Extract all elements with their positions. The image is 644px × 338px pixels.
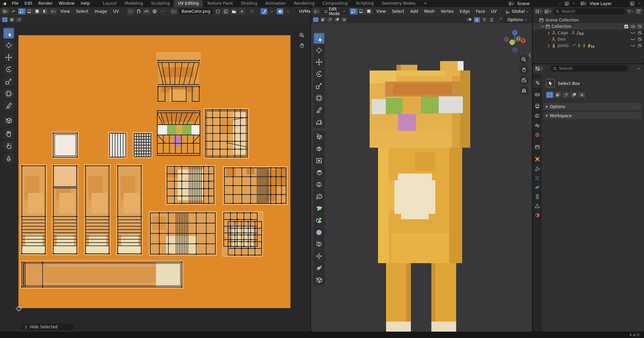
uvmap-selector[interactable]: UVMap — [296, 8, 310, 14]
closed-eye-icon[interactable] — [631, 38, 635, 41]
scene-name[interactable]: Scene — [515, 1, 555, 6]
properties-tab-render[interactable] — [533, 90, 542, 99]
workspace-panel-header[interactable]: Workspace ∷∷ — [543, 112, 642, 119]
vp-zoom-icon[interactable] — [519, 55, 529, 64]
image-pin-icon[interactable] — [249, 8, 255, 14]
uv-image-browse-icon[interactable] — [171, 8, 177, 14]
workspace-tab-shading[interactable]: Shading — [237, 0, 261, 7]
tool-mode-invert[interactable] — [570, 92, 578, 98]
scene-delete-icon[interactable]: ✕ — [571, 1, 577, 6]
tool-rotate[interactable] — [314, 69, 324, 80]
vp-menu-vertex[interactable]: Vertex — [438, 9, 456, 14]
mesh-select-edge[interactable] — [358, 8, 365, 14]
vp-selectmode-extend[interactable] — [320, 17, 326, 22]
uv-selectmode-set[interactable] — [2, 17, 8, 22]
workspace-tab-scripting[interactable]: Scripting — [352, 0, 378, 7]
viewlayer-name[interactable]: View Layer — [588, 1, 628, 6]
tool-annotate[interactable] — [3, 100, 14, 111]
workspace-tab-modeling[interactable]: Modeling — [121, 0, 147, 7]
properties-tab-output[interactable] — [533, 102, 542, 110]
vp-selectmode-invert[interactable] — [334, 17, 340, 22]
properties-search[interactable]: Search — [550, 65, 628, 71]
properties-tab-tool[interactable] — [533, 79, 542, 88]
tool-rip-region[interactable] — [3, 115, 14, 126]
blender-logo-icon[interactable] — [0, 0, 9, 7]
uv-menu-select[interactable]: Select — [73, 9, 91, 14]
properties-editor-type-icon[interactable] — [535, 65, 543, 71]
properties-tab-data[interactable] — [533, 202, 542, 210]
uv-sync-selection-icon[interactable] — [10, 8, 17, 14]
tool-grab[interactable] — [3, 129, 14, 139]
image-unlink-icon[interactable]: ✕ — [238, 8, 245, 14]
image-new-icon[interactable] — [222, 8, 229, 14]
collection-checkbox[interactable] — [624, 25, 628, 29]
uv-selectmode-extend[interactable] — [9, 17, 15, 22]
tool-measure[interactable] — [314, 116, 324, 127]
vp-menu-edge[interactable]: Edge — [458, 9, 472, 14]
workspace-tab-animation[interactable]: Animation — [261, 0, 290, 7]
tool-edge-slide[interactable] — [314, 239, 324, 249]
vp-menu-face[interactable]: Face — [474, 9, 487, 14]
vp-options-dropdown[interactable]: Options — [504, 17, 530, 23]
image-name-field[interactable]: BaseColor.png — [179, 8, 213, 14]
viewport-editor-type-icon[interactable] — [313, 8, 320, 14]
mode-selector[interactable]: Edit Mode — [321, 8, 348, 14]
closed-eye-icon[interactable] — [631, 32, 635, 34]
menu-window[interactable]: Window — [56, 0, 77, 7]
vp-pan-icon[interactable] — [519, 65, 529, 75]
tool-select-box[interactable] — [314, 33, 324, 44]
workspace-tab-rendering[interactable]: Rendering — [290, 0, 318, 7]
outliner-display-mode-icon[interactable] — [535, 8, 543, 14]
image-fake-user-icon[interactable] — [214, 8, 221, 14]
tool-add-cube[interactable] — [314, 131, 324, 142]
outliner-row-joints[interactable]: ❯Joints34 — [533, 42, 644, 49]
tool-scale[interactable] — [3, 76, 14, 87]
workspace-tab-sculpting[interactable]: Sculpting — [147, 0, 174, 7]
outliner-row-geo[interactable]: Geo — [533, 36, 644, 42]
tool-bevel[interactable] — [314, 167, 324, 178]
viewlayer-new-icon[interactable] — [629, 1, 635, 6]
vp-menu-uv[interactable]: UV — [489, 9, 499, 14]
uv-pan-icon[interactable] — [297, 41, 307, 50]
tool-smooth[interactable] — [314, 227, 324, 238]
uv-canvas[interactable] — [0, 23, 310, 332]
disable-render-camera-icon[interactable] — [638, 31, 642, 35]
menu-edit[interactable]: Edit — [21, 0, 35, 7]
tool-move[interactable] — [314, 57, 324, 67]
viewlayer-browse-icon[interactable] — [581, 1, 586, 6]
properties-tab-modifiers[interactable] — [533, 164, 542, 173]
tool-transform[interactable] — [314, 93, 324, 103]
uv-proportional-edit-icon[interactable] — [151, 8, 158, 14]
outliner-filter-icon[interactable] — [626, 8, 634, 14]
uv-select-edge[interactable] — [26, 8, 33, 14]
tool-mode-set[interactable] — [546, 92, 553, 98]
tool-cursor[interactable] — [314, 45, 324, 56]
outliner-id-type-icon[interactable] — [544, 8, 552, 14]
tool-poly-build[interactable] — [314, 203, 324, 213]
menu-render[interactable]: Render — [35, 0, 56, 7]
workspace-tab-uv-editing[interactable]: UV Editing — [174, 0, 203, 7]
vp-selectmode-intersect[interactable] — [341, 17, 347, 22]
last-operation-panel[interactable]: ❯ Hide Selected — [21, 323, 74, 331]
outliner-search[interactable]: Search — [553, 8, 625, 14]
tool-cursor[interactable] — [3, 40, 14, 51]
tool-annotate[interactable] — [314, 105, 324, 115]
uv-menu-image[interactable]: Image — [92, 9, 110, 14]
expander-icon[interactable]: ❯ — [541, 25, 544, 28]
tool-knife[interactable] — [314, 191, 324, 202]
uv-selectmode-subtract[interactable] — [16, 17, 22, 22]
new-collection-icon[interactable] — [635, 8, 642, 14]
tool-relax[interactable] — [3, 141, 14, 151]
tool-mode-extend[interactable] — [554, 92, 561, 98]
uv-overlays-chevron[interactable] — [285, 8, 291, 14]
disable-render-camera-icon[interactable] — [638, 37, 642, 41]
properties-tab-scene[interactable] — [533, 121, 542, 130]
tool-shear[interactable] — [314, 262, 324, 273]
expander-icon[interactable]: ❯ — [547, 31, 550, 35]
tool-rip-region[interactable] — [314, 275, 324, 285]
mirror-icon[interactable] — [466, 17, 473, 23]
tool-transform[interactable] — [3, 88, 14, 99]
properties-options-chevron[interactable] — [635, 65, 642, 71]
tool-rotate[interactable] — [3, 64, 14, 75]
vp-menu-add[interactable]: Add — [408, 9, 420, 14]
